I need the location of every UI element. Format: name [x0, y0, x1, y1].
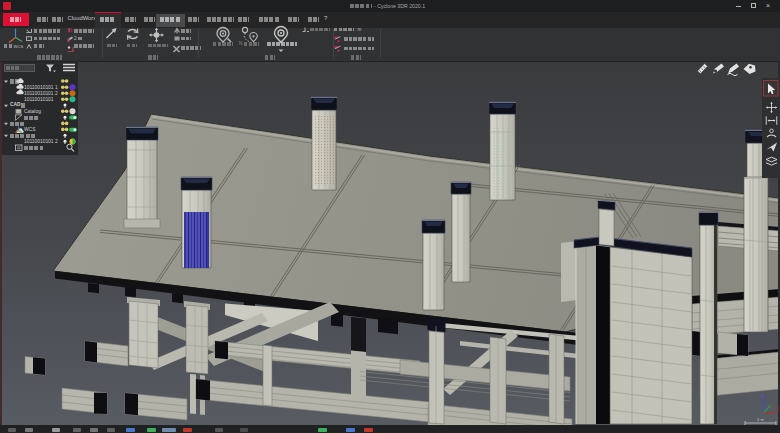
svg-text:1 m: 1 m: [757, 417, 764, 422]
svg-text:X: X: [776, 407, 779, 412]
svg-text:Z: Z: [762, 394, 765, 399]
